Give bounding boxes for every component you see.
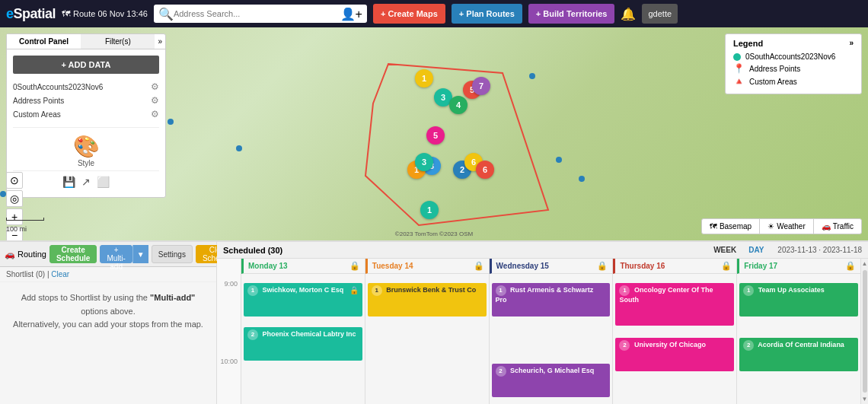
clear-shortlist-link[interactable]: Clear (51, 270, 69, 278)
day-header-tuesday: Tuesday 14 🔒 (365, 259, 489, 274)
week-view-btn[interactable]: WEEK (709, 245, 741, 255)
traffic-btn[interactable]: 🚗 Traffic (814, 219, 861, 234)
search-icon: 🔍 (158, 7, 174, 21)
event-oncology[interactable]: 1 Oncology Center Of The South (615, 283, 734, 326)
plan-routes-button[interactable]: + Plan Routes (452, 4, 522, 24)
shortlist-bar: Shortlist (0) | Clear (0, 267, 216, 282)
multi-add-icon: + (114, 246, 119, 254)
day-column-wednesday: Wednesday 15 🔒 1 Rust Armenis & Schwartz… (490, 259, 614, 404)
legend-title: Legend » (733, 39, 854, 48)
layer-item-custom: Custom Areas ⚙ (13, 107, 159, 121)
marker-1c[interactable]: 1 (420, 201, 439, 219)
week-day-toggle: WEEK DAY (709, 245, 768, 255)
search-bar[interactable]: 🔍 👤+ (154, 5, 367, 23)
scroll-thumb[interactable] (863, 270, 867, 393)
layer-icon-address[interactable]: ⚙ (151, 95, 159, 106)
style-icon: 🎨 (13, 134, 159, 159)
day-header-thursday: Thursday 16 🔒 (613, 259, 736, 274)
user-menu-button[interactable]: gdette (642, 4, 678, 24)
event-lock-icon: 🔒 (349, 285, 359, 295)
marker-5b[interactable]: 5 (426, 126, 445, 145)
lock-icon-wednesday[interactable]: 🔒 (597, 261, 608, 271)
event-university[interactable]: 2 University Of Chicago (615, 338, 734, 371)
settings-button[interactable]: Settings (152, 245, 193, 263)
scroll-up-btn[interactable]: ▲ (862, 260, 868, 267)
create-maps-button[interactable]: + Create Maps (373, 4, 445, 24)
day-view-btn[interactable]: DAY (744, 245, 768, 255)
add-data-button[interactable]: + ADD DATA (13, 56, 159, 74)
scale-text: 100 mi (6, 225, 27, 233)
days-grid: Monday 13 🔒 1 Swichkow, Morton C Esq 🔒 2… (241, 259, 860, 404)
multi-add-button[interactable]: + Multi-add (100, 245, 132, 263)
day-header-monday: Monday 13 🔒 (241, 259, 365, 274)
layer-item-address: Address Points ⚙ (13, 94, 159, 107)
map-dot (529, 73, 535, 79)
event-brunswick[interactable]: 1 Brunswick Benk & Trust Co (368, 283, 487, 317)
schedule-header: Scheduled (30) WEEK DAY 2023-11-13 · 202… (217, 242, 868, 259)
legend-pin-address: 📍 (733, 63, 745, 74)
marker-1[interactable]: 1 (415, 69, 433, 87)
lock-icon-tuesday[interactable]: 🔒 (474, 261, 484, 271)
control-panel-body: + ADD DATA 0SouthAccounts2023Nov6 ⚙ Addr… (7, 49, 165, 197)
day-column-friday: Friday 17 🔒 1 Team Up Associates 2 Acord… (737, 259, 860, 404)
export-tool-btn[interactable]: ⬜ (97, 176, 110, 188)
scale-bar: 100 mi (6, 218, 44, 234)
control-panel-toolbar: 💾 ↗ ⬜ (13, 170, 159, 191)
marker-7[interactable]: 7 (472, 77, 490, 95)
scroll-track: ▲ ▼ (860, 259, 868, 404)
date-range: 2023-11-13 · 2023-11-18 (777, 246, 862, 254)
zoom-tool-btn[interactable]: ⊙ (6, 172, 23, 189)
marker-4[interactable]: 4 (449, 96, 468, 114)
layer-item-accounts: 0SouthAccounts2023Nov6 ⚙ (13, 80, 159, 94)
lock-icon-thursday[interactable]: 🔒 (721, 261, 732, 271)
multi-add-dropdown[interactable]: ▼ (132, 245, 148, 263)
schedule-grid: 9:00 10:00 Monday 13 🔒 1 Swichkow, Morto… (217, 259, 868, 404)
marker-6b[interactable]: 6 (476, 161, 494, 179)
locate-btn[interactable]: ◎ (6, 190, 23, 207)
legend-dot-accounts (733, 53, 741, 61)
lock-icon-monday[interactable]: 🔒 (349, 261, 360, 271)
event-phoenix[interactable]: 2 Phoenix Chemical Labtry Inc (244, 327, 362, 361)
map-dot (0, 191, 6, 197)
style-label: Style (13, 159, 159, 167)
search-input[interactable] (174, 9, 340, 18)
add-location-icon: 👤+ (340, 7, 362, 21)
weather-btn[interactable]: ☀ Weather (760, 219, 814, 234)
share-tool-btn[interactable]: ↗ (81, 176, 91, 188)
control-panel-tabs: Control Panel Filter(s) » (7, 34, 165, 49)
collapse-panel-btn[interactable]: » (155, 34, 165, 49)
svg-marker-0 (365, 64, 548, 225)
event-rust[interactable]: 1 Rust Armenis & Schwartz Pro (492, 283, 611, 317)
scroll-down-btn[interactable]: ▼ (862, 396, 868, 402)
event-teamup[interactable]: 1 Team Up Associates (739, 283, 858, 317)
create-schedule-button[interactable]: Create Schedule (49, 245, 97, 263)
legend: Legend » 0SouthAccounts2023Nov6 📍 Addres… (725, 33, 862, 94)
event-acordia[interactable]: 2 Acordia Of Central Indiana (739, 338, 858, 371)
routing-label: 🚗 Routing (5, 250, 46, 259)
time-column: 9:00 10:00 (217, 259, 241, 404)
map-container: 1 3 4 5 7 5 3 1 3 2 6 6 1 Control Panel … (0, 27, 868, 240)
legend-item-address: 📍 Address Points (733, 63, 854, 74)
event-scheurich[interactable]: 2 Scheurich, G Michael Esq (492, 364, 611, 397)
legend-collapse-btn[interactable]: » (849, 39, 854, 48)
style-section: 🎨 Style (13, 127, 159, 167)
scale-line (6, 218, 44, 221)
time-label-10: 10:00 (220, 358, 238, 365)
layer-icon-custom[interactable]: ⚙ (151, 109, 159, 119)
day-header-friday: Friday 17 🔒 (737, 259, 860, 274)
day-header-wednesday: Wednesday 15 🔒 (490, 259, 613, 274)
tab-control-panel[interactable]: Control Panel (7, 34, 81, 49)
map-dot (236, 145, 242, 151)
lock-icon-friday[interactable]: 🔒 (845, 261, 856, 271)
event-swichkow[interactable]: 1 Swichkow, Morton C Esq 🔒 (244, 283, 362, 317)
notification-icon[interactable]: 🔔 (621, 7, 636, 21)
basemap-btn[interactable]: 🗺 Basemap (702, 219, 760, 234)
multi-add-group: + Multi-add ▼ (100, 245, 148, 263)
control-panel: Control Panel Filter(s) » + ADD DATA 0So… (6, 33, 166, 198)
save-tool-btn[interactable]: 💾 (62, 176, 75, 188)
map-dot (168, 119, 174, 125)
layer-icon-accounts[interactable]: ⚙ (151, 81, 159, 92)
build-territories-button[interactable]: + Build Territories (528, 4, 615, 24)
marker-3c[interactable]: 3 (415, 153, 433, 171)
tab-filters[interactable]: Filter(s) (81, 34, 155, 49)
